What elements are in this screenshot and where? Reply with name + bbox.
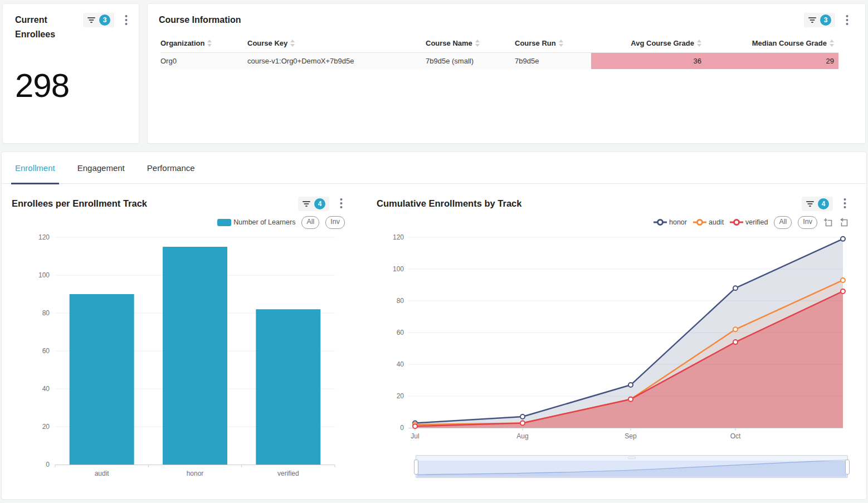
- svg-text:Aug: Aug: [516, 432, 528, 440]
- svg-text:Sep: Sep: [625, 432, 637, 440]
- slider-handle-left[interactable]: [414, 460, 418, 475]
- filter-chip[interactable]: 3: [83, 13, 114, 27]
- col-header-avg-course-grade[interactable]: Avg Course Grade: [591, 36, 706, 53]
- svg-text:60: 60: [397, 329, 404, 336]
- svg-text:40: 40: [42, 385, 50, 393]
- kebab-menu-icon[interactable]: [338, 198, 345, 211]
- filter-count-badge: 4: [314, 198, 325, 209]
- chart-title: Cumulative Enrollments by Track: [377, 198, 521, 209]
- table-row: Org0 course-v1:Org0+DemoX+7b9d5e 7b9d5e …: [160, 53, 838, 70]
- svg-text:100: 100: [393, 265, 404, 273]
- course-information-card: Course Information 3 Organization Course…: [147, 3, 866, 144]
- kebab-menu-icon[interactable]: [841, 198, 849, 211]
- legend-label: verified: [745, 218, 768, 226]
- filter-funnel-icon: [808, 16, 817, 25]
- datazoom-slider[interactable]: [416, 455, 848, 478]
- cell-median-course-grade: 29: [706, 53, 838, 70]
- kebab-menu-icon[interactable]: [123, 14, 130, 28]
- svg-text:verified: verified: [277, 470, 299, 477]
- big-number-value: 298: [15, 69, 130, 102]
- filter-chip[interactable]: 4: [802, 197, 833, 211]
- legend-item-honor[interactable]: honor: [654, 218, 687, 226]
- col-header-median-course-grade[interactable]: Median Course Grade: [706, 36, 838, 53]
- svg-text:20: 20: [397, 392, 404, 400]
- svg-text:audit: audit: [95, 470, 110, 477]
- chart-panel-cumulative-enrollments: Cumulative Enrollments by Track 4 honor: [364, 184, 867, 500]
- legend-line-marker: [654, 219, 667, 226]
- line-chart-canvas[interactable]: 020406080100120JulAugSepOct: [364, 228, 867, 451]
- svg-text:60: 60: [42, 347, 50, 355]
- col-header-organization[interactable]: Organization: [160, 36, 247, 53]
- svg-text:honor: honor: [187, 470, 204, 477]
- filter-chip[interactable]: 3: [804, 13, 835, 27]
- col-header-course-run[interactable]: Course Run: [515, 36, 591, 53]
- svg-text:Jul: Jul: [411, 432, 419, 440]
- chart-panel-enrollees-per-track: Enrollees per Enrollment Track 4 Number …: [2, 184, 364, 500]
- svg-text:0: 0: [46, 461, 50, 468]
- legend-line-marker: [693, 219, 706, 226]
- legend-all-button[interactable]: All: [774, 216, 792, 229]
- svg-text:20: 20: [42, 423, 50, 431]
- cell-course-key: course-v1:Org0+DemoX+7b9d5e: [247, 53, 426, 70]
- kebab-menu-icon[interactable]: [843, 14, 851, 28]
- legend-label: honor: [669, 218, 687, 226]
- legend-item-number-of-learners[interactable]: Number of Learners: [217, 218, 295, 226]
- svg-text:Oct: Oct: [730, 432, 741, 440]
- svg-text:0: 0: [400, 424, 404, 432]
- cell-course-name: 7b9d5e (small): [426, 53, 515, 70]
- svg-text:120: 120: [393, 233, 404, 241]
- sort-icon[interactable]: [290, 40, 295, 48]
- filter-funnel-icon: [302, 199, 311, 208]
- slider-handle-right[interactable]: [845, 460, 850, 475]
- col-header-course-key[interactable]: Course Key: [247, 36, 426, 53]
- tab-bar: Enrollment Engagement Performance: [2, 152, 866, 184]
- svg-text:80: 80: [397, 297, 404, 305]
- legend-item-verified[interactable]: verified: [730, 218, 768, 226]
- legend-line-marker: [730, 219, 743, 226]
- datazoom-grip[interactable]: [628, 457, 636, 459]
- zoom-select-icon[interactable]: [823, 218, 833, 227]
- legend-inv-button[interactable]: Inv: [798, 216, 817, 229]
- sort-icon[interactable]: [559, 40, 563, 48]
- svg-text:80: 80: [42, 309, 50, 317]
- legend-item-audit[interactable]: audit: [693, 218, 724, 226]
- svg-text:100: 100: [38, 271, 50, 279]
- legend-swatch: [217, 219, 231, 226]
- current-enrollees-card: Current Enrollees 3 298: [2, 3, 139, 144]
- bar-chart-canvas[interactable]: 020406080100120audithonorverified: [2, 226, 364, 488]
- svg-text:40: 40: [397, 360, 404, 368]
- cell-avg-course-grade: 36: [591, 53, 706, 70]
- col-header-course-name[interactable]: Course Name: [426, 36, 515, 53]
- sort-icon[interactable]: [475, 40, 480, 48]
- filter-funnel-icon: [806, 199, 815, 208]
- svg-text:120: 120: [38, 233, 50, 241]
- chart-title: Enrollees per Enrollment Track: [12, 198, 147, 209]
- card-title: Current Enrollees: [15, 13, 75, 42]
- filter-count-badge: 4: [818, 198, 829, 209]
- course-info-table: Organization Course Key Course Name Cour…: [160, 36, 838, 69]
- zoom-reset-icon[interactable]: [839, 218, 849, 227]
- legend-label: audit: [709, 218, 724, 226]
- filter-funnel-icon: [87, 16, 96, 25]
- sort-icon[interactable]: [207, 40, 212, 48]
- cell-organization: Org0: [160, 53, 247, 70]
- sort-icon[interactable]: [830, 40, 834, 48]
- cell-course-run: 7b9d5e: [515, 53, 591, 70]
- card-title: Course Information: [159, 13, 241, 27]
- filter-count-badge: 3: [99, 14, 110, 26]
- dashboard-tabs-panel: Enrollment Engagement Performance Enroll…: [1, 152, 867, 500]
- legend-label: Number of Learners: [233, 218, 295, 226]
- filter-chip[interactable]: 4: [298, 197, 329, 211]
- sort-icon[interactable]: [697, 40, 701, 48]
- tab-performance[interactable]: Performance: [143, 152, 199, 184]
- tab-engagement[interactable]: Engagement: [74, 152, 129, 184]
- tab-enrollment[interactable]: Enrollment: [11, 152, 59, 184]
- filter-count-badge: 3: [820, 14, 831, 26]
